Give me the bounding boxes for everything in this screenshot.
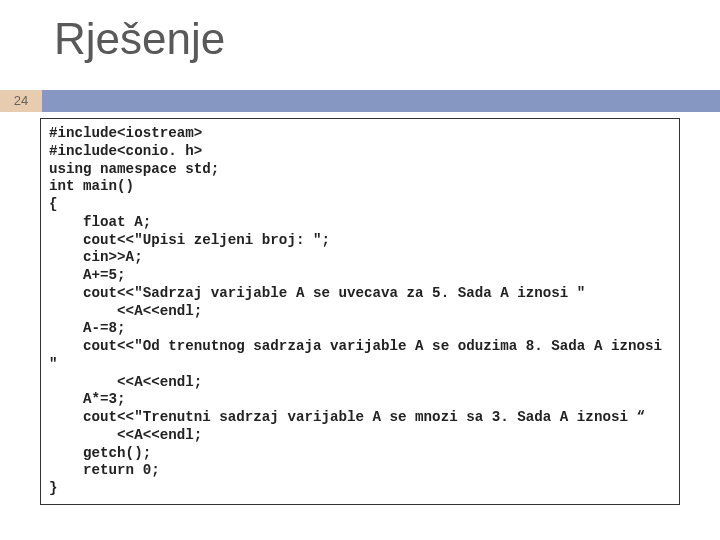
slide: Rješenje 24 #include<iostream> #include<…	[0, 0, 720, 540]
page-title: Rješenje	[54, 14, 225, 64]
code-content: #include<iostream> #include<conio. h> us…	[49, 125, 671, 498]
code-box: #include<iostream> #include<conio. h> us…	[40, 118, 680, 505]
slide-number-badge: 24	[0, 90, 42, 112]
header-bar	[0, 90, 720, 112]
